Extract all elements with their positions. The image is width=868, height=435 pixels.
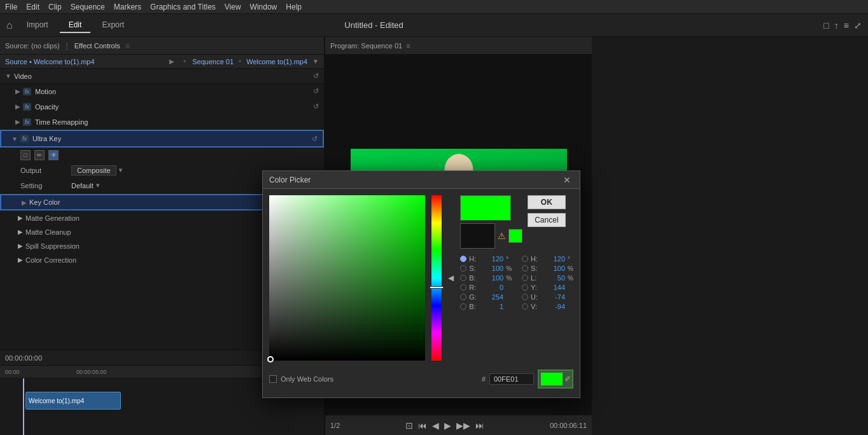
dialog-close-button[interactable]: ✕ <box>561 174 573 186</box>
reset-motion-icon[interactable]: ↺ <box>313 87 319 95</box>
spill-expand-icon: ▶ <box>18 242 23 249</box>
menu-help[interactable]: Help <box>286 3 302 11</box>
settings-icon[interactable]: ≡ <box>844 20 849 31</box>
hue-slider[interactable] <box>431 195 442 361</box>
g-radio[interactable] <box>460 294 466 300</box>
b-radio[interactable] <box>460 303 466 310</box>
setting-chevron-icon[interactable]: ▼ <box>95 182 101 189</box>
home-icon[interactable]: ⌂ <box>6 20 13 31</box>
effect-row-timeremapping[interactable]: ▶ fx Time Remapping <box>0 114 324 130</box>
h2-radio[interactable] <box>522 256 528 262</box>
r-label: R: <box>469 284 478 291</box>
v-radio[interactable] <box>522 303 528 310</box>
h1-value[interactable]: 120 <box>480 255 503 263</box>
s1-value[interactable]: 100 <box>480 265 503 272</box>
step-fwd-icon[interactable]: ⏭ <box>475 420 484 431</box>
source-clip-link[interactable]: Source • Welcome to(1).mp4 <box>5 58 95 66</box>
color-swatches: ⚠ <box>460 195 522 249</box>
color-picker-dialog: Color Picker ✕ ◀ <box>262 170 580 398</box>
clip-link[interactable]: Welcome to(1).mp4 <box>246 58 307 66</box>
only-web-checkbox[interactable] <box>269 375 277 383</box>
effect-row-motion[interactable]: ▶ fx Motion ↺ <box>0 84 324 99</box>
cancel-button[interactable]: Cancel <box>528 213 565 227</box>
nav-arrow: ▶ <box>169 58 174 65</box>
r-value[interactable]: 0 <box>480 284 503 291</box>
ok-button[interactable]: OK <box>528 195 565 209</box>
video-collapse-icon[interactable]: ▼ <box>5 72 11 79</box>
minimize-icon[interactable]: □ <box>823 20 829 31</box>
output-value[interactable]: Composite <box>71 165 116 176</box>
g-label: G: <box>469 293 478 301</box>
menu-edit[interactable]: Edit <box>26 3 39 11</box>
frame-back-icon[interactable]: ◀ <box>432 420 439 431</box>
y-radio[interactable] <box>522 284 528 291</box>
step-back-icon[interactable]: ⏮ <box>418 420 427 431</box>
effect-controls-tab[interactable]: Effect Controls <box>74 42 120 50</box>
h1-radio[interactable] <box>460 256 466 262</box>
h2-value[interactable]: 120 <box>542 255 565 263</box>
tab-import[interactable]: Import <box>18 18 57 33</box>
menu-window[interactable]: Window <box>250 3 277 11</box>
b-value[interactable]: 1 <box>480 303 503 310</box>
fit-icon[interactable]: ⊡ <box>405 420 413 431</box>
swatch-web[interactable] <box>508 229 522 243</box>
swatch-old-row: ⚠ <box>460 223 522 249</box>
swatch-old <box>460 223 495 249</box>
sequence-link[interactable]: Sequence 01 <box>192 58 234 66</box>
v-label: V: <box>531 303 540 310</box>
program-label: Program: Sequence 01 <box>330 42 402 50</box>
gradient-cursor[interactable] <box>267 356 274 362</box>
g-value[interactable]: 254 <box>480 293 503 301</box>
output-chevron-icon[interactable]: ▼ <box>118 167 124 174</box>
export-icon[interactable]: ↑ <box>834 20 839 31</box>
color-gradient-picker[interactable] <box>269 195 425 361</box>
menu-markers[interactable]: Markers <box>114 3 141 11</box>
swatch-new[interactable] <box>460 195 511 221</box>
reset-ultrakey-icon[interactable]: ↺ <box>312 135 318 143</box>
menu-file[interactable]: File <box>5 3 17 11</box>
field-r-row: R: 0 <box>460 284 512 291</box>
frame-fwd-icon[interactable]: ▶▶ <box>456 420 470 431</box>
menu-graphics[interactable]: Graphics and Titles <box>150 3 216 11</box>
s2-radio[interactable] <box>522 265 528 272</box>
tab-edit[interactable]: Edit <box>60 18 91 33</box>
reset-icon[interactable]: ↺ <box>313 72 319 80</box>
menu-view[interactable]: View <box>225 3 241 11</box>
hex-swatch[interactable] <box>540 372 563 386</box>
field-v-row: V: -94 <box>522 303 573 310</box>
s1-radio[interactable] <box>460 265 466 272</box>
b1-radio[interactable] <box>460 275 466 281</box>
l-radio[interactable] <box>522 275 528 281</box>
s2-value[interactable]: 100 <box>542 265 565 272</box>
timeline-clip[interactable]: Welcome to(1).mp4 <box>25 392 121 410</box>
l-value[interactable]: 50 <box>542 274 565 282</box>
chevron-down-icon[interactable]: ▼ <box>312 58 319 65</box>
ultra-key-row[interactable]: ▼ fx Ultra Key ↺ <box>0 130 324 148</box>
r-radio[interactable] <box>460 284 466 291</box>
maximize-icon[interactable]: ⤢ <box>854 20 862 31</box>
u-value[interactable]: -74 <box>542 293 565 301</box>
l-label: L: <box>531 274 540 282</box>
effect-name-motion: Motion <box>35 88 56 95</box>
hex-eyedropper-icon[interactable]: ✐ <box>564 375 571 383</box>
uk-tool-eye[interactable]: 👁 <box>48 150 59 160</box>
key-color-label: Key Color <box>29 198 285 206</box>
reset-opacity-icon[interactable]: ↺ <box>313 102 319 111</box>
playhead[interactable] <box>23 378 24 435</box>
menu-clip[interactable]: Clip <box>48 3 62 11</box>
u-radio[interactable] <box>522 294 528 300</box>
b1-value[interactable]: 100 <box>480 274 503 282</box>
tab-export[interactable]: Export <box>93 18 133 33</box>
uk-tool-rect[interactable]: □ <box>20 150 31 160</box>
program-menu-icon[interactable]: ≡ <box>406 42 410 50</box>
uk-tool-pen[interactable]: ✏ <box>34 150 45 160</box>
effect-row-opacity[interactable]: ▶ fx Opacity ↺ <box>0 99 324 114</box>
play-icon[interactable]: ▶ <box>444 420 451 431</box>
menu-sequence[interactable]: Sequence <box>71 3 105 11</box>
v-value[interactable]: -94 <box>542 303 565 310</box>
matte-gen-expand-icon: ▶ <box>18 214 23 221</box>
hex-input[interactable]: 00FE01 <box>489 373 534 385</box>
timeremapping-expand-icon: ▶ <box>15 118 20 125</box>
y-value[interactable]: 144 <box>542 284 565 291</box>
field-y-row: Y: 144 <box>522 284 573 291</box>
